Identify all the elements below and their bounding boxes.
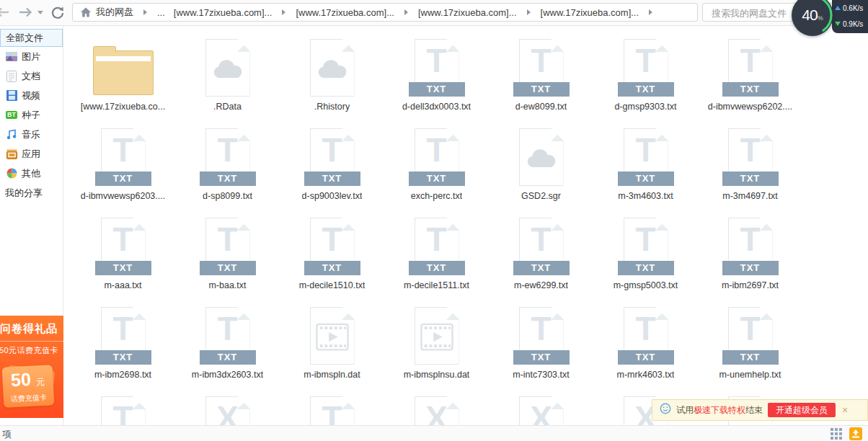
history-dropdown-caret-icon[interactable] bbox=[37, 11, 43, 14]
file-item[interactable]: GSD2.sgr bbox=[489, 125, 593, 215]
file-name: m-3m4697.txt bbox=[722, 191, 777, 201]
breadcrumb-crumb[interactable]: [www.17zixueba.com]... bbox=[174, 7, 296, 18]
film-glyph-icon bbox=[316, 323, 349, 352]
sidebar-item-music[interactable]: 音乐 bbox=[0, 125, 63, 144]
file-item[interactable]: m-ibmspln.dat bbox=[280, 304, 384, 393]
file-item[interactable]: TTXT bbox=[71, 393, 175, 425]
file-item[interactable]: .RData bbox=[175, 36, 280, 125]
sidebar-item-label: 音乐 bbox=[22, 128, 40, 141]
file-item[interactable]: TTXT m-decile1510.txt bbox=[280, 215, 384, 304]
xls-file-icon: X bbox=[415, 396, 459, 425]
breadcrumb-crumb[interactable]: [www.17zixueba.com]... bbox=[296, 7, 418, 18]
sidebar-item-documents[interactable]: 文档 bbox=[0, 66, 63, 86]
file-item[interactable]: TTXT m-unemhelp.txt bbox=[698, 304, 802, 393]
file-item[interactable]: TTXT m-ibm3dx2603.txt bbox=[175, 304, 280, 393]
file-name: m-unemhelp.txt bbox=[719, 370, 781, 380]
file-item[interactable]: TTXT m-baa.txt bbox=[175, 215, 280, 304]
grid-view-icon[interactable] bbox=[831, 428, 842, 441]
txt-banner: TXT bbox=[95, 172, 151, 186]
sidebar-item-label: 其他 bbox=[22, 167, 40, 180]
ad-subtitle: 50元话费充值卡 bbox=[0, 345, 63, 356]
file-name: .Rhistory bbox=[314, 102, 350, 112]
forward-arrow-icon bbox=[19, 8, 35, 20]
sidebar-item-my-shares[interactable]: 我的分享 bbox=[0, 183, 63, 202]
back-button[interactable] bbox=[0, 6, 9, 21]
file-item[interactable]: TTXT d-ew8099.txt bbox=[489, 36, 593, 125]
file-item[interactable]: TTXT m-ew6299.txt bbox=[489, 215, 593, 304]
breadcrumb-ellipsis[interactable]: ... bbox=[157, 7, 165, 18]
quota-badge[interactable]: 40 % bbox=[792, 0, 833, 36]
file-item[interactable]: TTXT m-ibm2697.txt bbox=[698, 215, 802, 304]
file-item[interactable]: TTXT d-gmsp9303.txt bbox=[593, 36, 698, 125]
file-name: .RData bbox=[213, 102, 242, 112]
quota-progress-arc-icon bbox=[792, 0, 833, 36]
sidebar-item-label: 应用 bbox=[22, 148, 40, 161]
transfer-list-icon[interactable] bbox=[849, 427, 862, 441]
file-item[interactable]: TTXT exch-perc.txt bbox=[384, 125, 489, 215]
file-item[interactable]: TTXT m-aaa.txt bbox=[71, 215, 175, 304]
sidebar-item-videos[interactable]: 视频 bbox=[0, 86, 63, 105]
file-item[interactable]: TTXT m-mrk4603.txt bbox=[593, 304, 698, 393]
sidebar-item-others[interactable]: 其他 bbox=[0, 164, 63, 183]
forward-button[interactable] bbox=[19, 6, 35, 21]
sidebar-item-torrents[interactable]: BT 种子 bbox=[0, 105, 63, 125]
txt-banner: TXT bbox=[513, 261, 570, 275]
other-icon bbox=[6, 168, 17, 179]
sidebar-item-all-files[interactable]: 全部文件 bbox=[0, 29, 63, 47]
file-name: m-gmsp5003.txt bbox=[614, 280, 678, 290]
toast-message: 试用极速下载特权结束 bbox=[676, 404, 763, 416]
file-item[interactable]: TTXT d-ibmvwewsp6203.... bbox=[71, 125, 175, 215]
file-item[interactable]: X bbox=[384, 393, 489, 425]
generic-cloud-file-icon bbox=[205, 39, 250, 97]
page-fold-icon bbox=[237, 40, 249, 52]
file-name: d-sp8099.txt bbox=[203, 191, 252, 201]
ad-card-unit: 元 bbox=[36, 377, 45, 388]
transfer-speed-panel[interactable]: 0.6K/s 0.9K/s bbox=[832, 0, 868, 33]
toast-text-pre: 试用 bbox=[676, 405, 694, 415]
ad-divider bbox=[0, 341, 63, 342]
file-item[interactable]: TTXT m-ibm2698.txt bbox=[71, 304, 175, 393]
file-item[interactable]: TTXT d-sp9003lev.txt bbox=[280, 125, 384, 215]
file-item[interactable]: X bbox=[489, 393, 593, 425]
file-item[interactable]: TTXT m-intc7303.txt bbox=[489, 304, 593, 393]
toast-close-icon[interactable]: × bbox=[842, 404, 848, 416]
sidebar-item-label: 视频 bbox=[22, 89, 40, 102]
file-name: m-decile1510.txt bbox=[299, 280, 366, 290]
sidebar-ad-banner[interactable]: 问卷得礼品 50元话费充值卡 50 元 话费充值卡 bbox=[0, 316, 63, 418]
file-name: m-ew6299.txt bbox=[514, 280, 568, 290]
file-name: m-decile1511.txt bbox=[404, 280, 469, 290]
breadcrumb-crumb[interactable]: [www.17zixueba.com]... bbox=[418, 7, 541, 18]
breadcrumb-crumb[interactable]: [www.17zixueba.com]... bbox=[541, 7, 663, 18]
home-icon[interactable] bbox=[80, 6, 92, 18]
file-item[interactable]: TTXT m-gmsp5003.txt bbox=[593, 215, 698, 304]
sidebar-item-apps[interactable]: 应用 bbox=[0, 144, 63, 164]
breadcrumb-crumb-label: [www.17zixueba.com]... bbox=[541, 7, 639, 18]
file-item[interactable]: [www.17zixueba.co... bbox=[71, 36, 175, 125]
breadcrumb-crumb-label: [www.17zixueba.com]... bbox=[296, 7, 394, 18]
file-name: d-dell3dx0003.txt bbox=[402, 102, 471, 112]
refresh-button[interactable] bbox=[50, 6, 65, 23]
file-item[interactable]: TTXT m-decile1511.txt bbox=[384, 215, 489, 304]
file-item[interactable]: TTXT d-ibmvwewsp6202.... bbox=[698, 36, 802, 125]
open-vip-button[interactable]: 开通超级会员 bbox=[768, 403, 836, 417]
cloud-glyph-icon bbox=[526, 147, 557, 169]
download-arrow-icon bbox=[835, 22, 841, 26]
file-item[interactable]: TTXT m-3m4697.txt bbox=[698, 125, 802, 215]
txt-banner: TXT bbox=[513, 350, 570, 365]
sidebar-item-label: 种子 bbox=[22, 109, 40, 122]
file-item[interactable]: TTXT d-dell3dx0003.txt bbox=[384, 36, 489, 125]
file-item[interactable]: TTXT bbox=[280, 393, 384, 425]
txt-banner: TXT bbox=[409, 261, 465, 275]
file-name: exch-perc.txt bbox=[411, 191, 463, 201]
file-item[interactable]: .Rhistory bbox=[280, 36, 384, 125]
sidebar-item-pictures[interactable]: 图片 bbox=[0, 47, 63, 66]
file-item[interactable]: TTXT m-3m4603.txt bbox=[593, 125, 698, 215]
txt-banner: TXT bbox=[513, 82, 570, 97]
txt-banner: TXT bbox=[722, 261, 779, 275]
file-item[interactable]: m-ibmsplnsu.dat bbox=[384, 304, 489, 393]
file-item[interactable]: X bbox=[175, 393, 280, 425]
file-name: m-ibmspln.dat bbox=[304, 370, 360, 380]
breadcrumb-root[interactable]: 我的网盘 bbox=[96, 6, 133, 19]
file-item[interactable]: TTXT d-sp8099.txt bbox=[175, 125, 280, 215]
download-speed-row: 0.9K/s bbox=[835, 16, 868, 32]
